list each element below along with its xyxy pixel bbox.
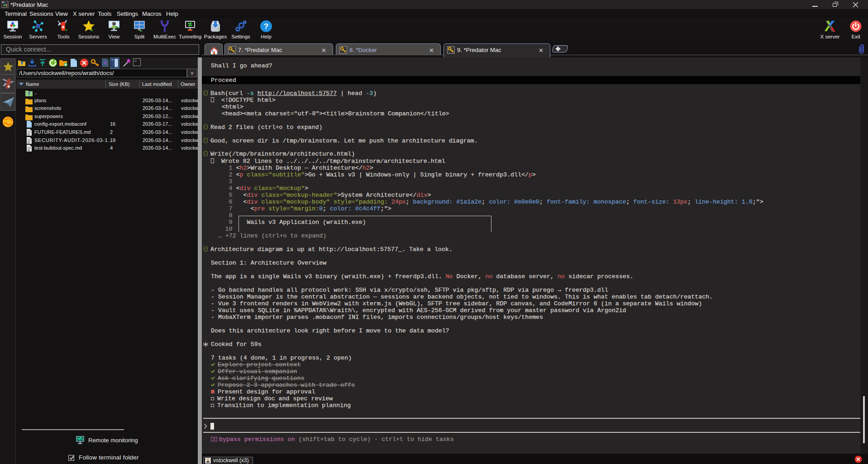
svg-text:A: A [103, 60, 107, 66]
svg-text:?: ? [264, 22, 268, 31]
